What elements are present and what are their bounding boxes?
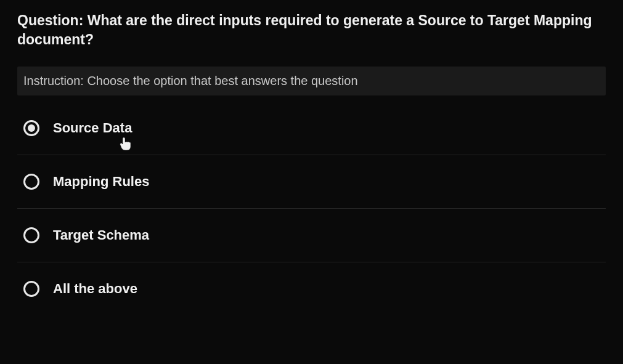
option-label: Source Data (53, 120, 132, 136)
option-label: All the above (53, 281, 137, 297)
radio-icon (23, 174, 39, 190)
radio-icon (23, 227, 39, 243)
question-label-prefix: Question: (17, 12, 88, 28)
pointer-cursor-icon (119, 136, 131, 151)
radio-icon (23, 120, 39, 136)
instruction-block: Instruction: Choose the option that best… (17, 67, 606, 95)
option-label: Target Schema (53, 227, 149, 243)
instruction-label-prefix: Instruction: (23, 74, 87, 87)
option-target-schema[interactable]: Target Schema (17, 209, 606, 262)
radio-inner-icon (28, 124, 35, 132)
question-body: What are the direct inputs required to g… (17, 12, 592, 47)
question-text: Question: What are the direct inputs req… (17, 11, 606, 49)
option-mapping-rules[interactable]: Mapping Rules (17, 155, 606, 209)
options-list: Source Data Mapping Rules Target Schema … (17, 102, 606, 315)
instruction-text: Instruction: Choose the option that best… (23, 74, 600, 88)
question-block: Question: What are the direct inputs req… (17, 11, 606, 49)
option-source-data[interactable]: Source Data (17, 102, 606, 155)
instruction-body: Choose the option that best answers the … (87, 74, 357, 87)
option-label: Mapping Rules (53, 174, 149, 190)
option-all-the-above[interactable]: All the above (17, 262, 606, 315)
radio-icon (23, 281, 39, 297)
